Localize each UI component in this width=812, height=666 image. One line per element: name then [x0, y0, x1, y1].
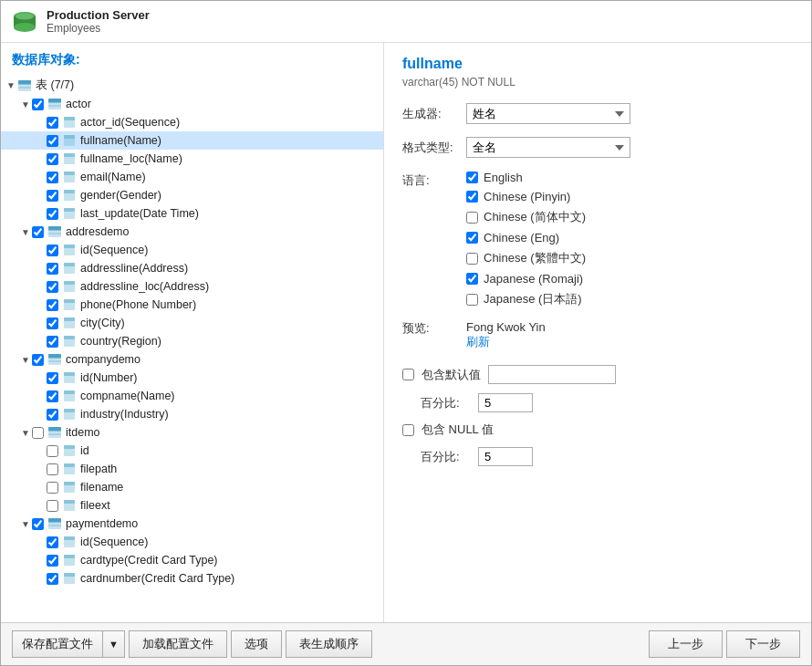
- table-order-button[interactable]: 表生成顺序: [286, 630, 372, 658]
- tree-item-itdemo[interactable]: ▼ itdemo: [1, 423, 383, 442]
- tree-item-gender[interactable]: gender(Gender): [1, 186, 383, 204]
- lang-checkbox-lang_chinese_pinyin[interactable]: [466, 191, 478, 203]
- tree-item-pay_cardtype[interactable]: cardtype(Credit Card Type): [1, 551, 383, 569]
- expand-arrow[interactable]: ▼: [19, 428, 32, 438]
- tree-checkbox-addr_id[interactable]: [47, 245, 58, 256]
- generator-select[interactable]: 姓名名字姓氏全名: [466, 103, 630, 124]
- tree-item-comp_industry[interactable]: industry(Industry): [1, 405, 383, 423]
- expand-arrow[interactable]: ▼: [19, 519, 32, 529]
- tree-item-actor_id[interactable]: actor_id(Sequence): [1, 113, 383, 131]
- tree-checkbox-it_id[interactable]: [47, 445, 58, 457]
- tree-item-pay_cardnumber[interactable]: cardnumber(Credit Card Type): [1, 569, 383, 588]
- lang-checkbox-lang_japanese[interactable]: [466, 294, 478, 306]
- percent-input-1[interactable]: [478, 393, 533, 412]
- tree-checkbox-pay_cardnumber[interactable]: [47, 573, 58, 585]
- tree-item-pay_id[interactable]: id(Sequence): [1, 533, 383, 551]
- svg-rect-59: [64, 482, 75, 485]
- tree-item-comp_id[interactable]: id(Number): [1, 369, 383, 387]
- tree-checkbox-comp_industry[interactable]: [47, 409, 58, 421]
- save-config-button[interactable]: 保存配置文件: [12, 630, 102, 658]
- tree-checkbox-it_filename[interactable]: [47, 482, 58, 494]
- refresh-button[interactable]: 刷新: [466, 334, 793, 350]
- tree-checkbox-comp_id[interactable]: [47, 372, 58, 384]
- tree-item-root[interactable]: ▼ 表 (7/7): [1, 76, 383, 95]
- tree-checkbox-email[interactable]: [47, 172, 58, 183]
- tree-item-addr_addressline[interactable]: addressline(Address): [1, 259, 383, 277]
- tree-item-addr_phone[interactable]: phone(Phone Number): [1, 296, 383, 314]
- tree-checkbox-addr_addressline_loc[interactable]: [47, 281, 58, 293]
- tree-item-addressdemo[interactable]: ▼ addresdemo: [1, 223, 383, 241]
- tree-checkbox-it_filepath[interactable]: [47, 463, 58, 475]
- tree-checkbox-fullname_loc[interactable]: [47, 153, 58, 165]
- svg-rect-41: [48, 354, 61, 358]
- lang-checkbox-lang_chinese_simplified[interactable]: [466, 212, 478, 224]
- tree-checkbox-companydemo[interactable]: [32, 354, 44, 366]
- tree-item-last_update[interactable]: last_update(Date Time): [1, 204, 383, 223]
- prev-button[interactable]: 上一步: [649, 630, 723, 658]
- svg-rect-37: [64, 317, 75, 321]
- tree-checkbox-last_update[interactable]: [47, 208, 58, 220]
- tree-checkbox-gender[interactable]: [47, 190, 58, 202]
- generator-row: 生成器: 姓名名字姓氏全名: [402, 103, 793, 124]
- tree-checkbox-paymentdemo[interactable]: [32, 518, 44, 530]
- format-label: 格式类型:: [402, 140, 466, 156]
- language-label: 语言:: [402, 171, 466, 189]
- lang-checkbox-lang_chinese_eng[interactable]: [466, 232, 478, 244]
- tree-item-addr_addressline_loc[interactable]: addressline_loc(Address): [1, 277, 383, 296]
- tree-checkbox-addr_phone[interactable]: [47, 299, 58, 311]
- expand-arrow[interactable]: ▼: [19, 227, 32, 237]
- preview-label: 预览:: [402, 320, 466, 337]
- format-select[interactable]: 全名名 姓姓 名: [466, 137, 630, 158]
- tree-checkbox-addr_addressline[interactable]: [47, 263, 58, 275]
- tree-label-actor_id: actor_id(Sequence): [80, 116, 180, 129]
- tree-item-it_filename[interactable]: filename: [1, 478, 383, 496]
- tree-checkbox-comp_name[interactable]: [47, 390, 58, 402]
- expand-arrow[interactable]: ▼: [19, 355, 32, 365]
- percent-input-2[interactable]: [478, 447, 533, 466]
- tree-item-it_fileext[interactable]: fileext: [1, 496, 383, 515]
- tree-checkbox-addressdemo[interactable]: [32, 226, 44, 238]
- tree-item-it_id[interactable]: id: [1, 442, 383, 460]
- tree-checkbox-actor_id[interactable]: [47, 117, 58, 129]
- tree-checkbox-addr_country[interactable]: [47, 336, 58, 348]
- tree-item-addr_city[interactable]: city(City): [1, 314, 383, 332]
- tree-item-it_filepath[interactable]: filepath: [1, 460, 383, 478]
- tree-checkbox-it_fileext[interactable]: [47, 500, 58, 512]
- tree-checkbox-pay_id[interactable]: [47, 536, 58, 548]
- svg-rect-61: [64, 500, 75, 504]
- tree-checkbox-addr_city[interactable]: [47, 317, 58, 329]
- lang-item-lang_japanese: Japanese (日本語): [466, 291, 793, 307]
- tree-item-addr_country[interactable]: country(Region): [1, 332, 383, 350]
- percent-label-1: 百分比:: [421, 395, 471, 411]
- tree-item-fullname[interactable]: fullname(Name): [1, 131, 383, 150]
- lang-checkbox-lang_english[interactable]: [466, 172, 478, 183]
- tree-item-companydemo[interactable]: ▼ companydemo: [1, 350, 383, 369]
- tree-area[interactable]: ▼ 表 (7/7)▼ actor actor_id(Sequence) full…: [1, 74, 383, 622]
- tree-item-actor[interactable]: ▼ actor: [1, 95, 383, 113]
- save-config-arrow[interactable]: ▼: [102, 630, 125, 658]
- options-button[interactable]: 选项: [231, 630, 282, 658]
- tree-item-fullname_loc[interactable]: fullname_loc(Name): [1, 150, 383, 168]
- tree-item-comp_name[interactable]: compname(Name): [1, 387, 383, 405]
- expand-arrow[interactable]: ▼: [5, 80, 17, 90]
- tree-checkbox-pay_cardtype[interactable]: [47, 555, 58, 567]
- field-icon: [62, 407, 77, 421]
- tree-checkbox-fullname[interactable]: [47, 135, 58, 147]
- tree-item-paymentdemo[interactable]: ▼ paymentdemo: [1, 515, 383, 533]
- svg-rect-13: [64, 117, 75, 120]
- next-button[interactable]: 下一步: [726, 630, 800, 658]
- load-config-button[interactable]: 加载配置文件: [129, 630, 227, 658]
- include-default-checkbox[interactable]: [402, 369, 414, 380]
- tree-checkbox-itdemo[interactable]: [32, 427, 44, 439]
- expand-arrow[interactable]: ▼: [19, 99, 32, 109]
- include-default-input[interactable]: [488, 365, 616, 384]
- tree-label-addr_id: id(Sequence): [80, 244, 148, 256]
- tree-checkbox-actor[interactable]: [32, 99, 44, 110]
- tree-item-addr_id[interactable]: id(Sequence): [1, 241, 383, 259]
- right-panel: fullname varchar(45) NOT NULL 生成器: 姓名名字姓…: [384, 43, 811, 622]
- lang-checkbox-lang_chinese_traditional[interactable]: [466, 253, 478, 265]
- svg-rect-23: [64, 208, 75, 212]
- include-null-checkbox[interactable]: [402, 424, 414, 436]
- tree-item-email[interactable]: email(Name): [1, 168, 383, 186]
- lang-checkbox-lang_japanese_romaji[interactable]: [466, 273, 478, 285]
